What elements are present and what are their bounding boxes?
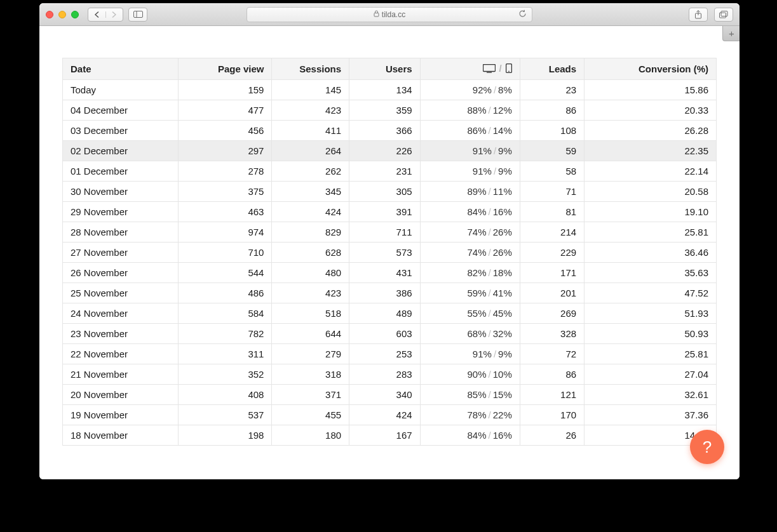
cell-date: 02 December: [63, 140, 179, 161]
new-tab-button[interactable]: +: [722, 26, 740, 41]
table-row[interactable]: 20 November40837134085%/15%12132.61: [63, 384, 717, 404]
table-row[interactable]: 01 December27826223191%/9%5822.14: [63, 161, 717, 181]
cell-sessions: 829: [272, 222, 349, 242]
maximize-window-button[interactable]: [71, 11, 79, 18]
cell-device-split: 78%/22%: [420, 404, 520, 425]
sidebar-toggle-button[interactable]: [128, 8, 147, 22]
table-row[interactable]: 19 November53745542478%/22%17037.36: [63, 404, 717, 425]
share-button[interactable]: [689, 8, 708, 22]
svg-rect-2: [374, 13, 379, 17]
cell-page-view: 375: [179, 181, 272, 201]
col-conversion[interactable]: Conversion (%): [584, 58, 717, 80]
cell-sessions: 480: [272, 262, 349, 283]
cell-date: 29 November: [63, 201, 179, 222]
stats-table: Date Page view Sessions Users /: [62, 58, 717, 446]
cell-users: 603: [349, 323, 421, 343]
cell-conversion: 26.28: [584, 120, 717, 140]
cell-conversion: 47.52: [584, 283, 717, 303]
cell-date: 23 November: [63, 323, 179, 343]
cell-conversion: 22.14: [584, 161, 717, 181]
cell-users: 424: [349, 404, 421, 425]
cell-sessions: 345: [272, 181, 349, 201]
slash-separator: /: [499, 63, 502, 74]
table-row[interactable]: 29 November46342439184%/16%8119.10: [63, 201, 717, 222]
cell-page-view: 710: [179, 242, 272, 262]
table-row[interactable]: 18 November19818016784%/16%2614.44: [63, 425, 717, 445]
table-row[interactable]: 30 November37534530589%/11%7120.58: [63, 181, 717, 201]
close-window-button[interactable]: [46, 11, 53, 18]
cell-sessions: 455: [272, 404, 349, 425]
col-sessions[interactable]: Sessions: [272, 58, 349, 80]
tabs-button[interactable]: [714, 8, 733, 22]
cell-device-split: 90%/10%: [420, 364, 520, 384]
cell-leads: 214: [520, 222, 584, 242]
cell-users: 431: [349, 262, 421, 283]
cell-leads: 71: [520, 181, 584, 201]
cell-conversion: 51.93: [584, 303, 717, 323]
table-row[interactable]: 26 November54448043182%/18%17135.63: [63, 262, 717, 283]
cell-device-split: 88%/12%: [420, 100, 520, 120]
cell-device-split: 68%/32%: [420, 323, 520, 343]
cell-sessions: 180: [272, 425, 349, 445]
table-row[interactable]: 27 November71062857374%/26%22936.46: [63, 242, 717, 262]
svg-rect-5: [720, 13, 726, 18]
browser-window: tilda.cc + Date Page view Sessions Users: [39, 3, 740, 479]
table-row[interactable]: 25 November48642338659%/41%20147.52: [63, 283, 717, 303]
svg-rect-0: [133, 11, 142, 18]
cell-date: 01 December: [63, 161, 179, 181]
cell-sessions: 371: [272, 384, 349, 404]
col-users[interactable]: Users: [349, 58, 421, 80]
cell-device-split: 55%/45%: [420, 303, 520, 323]
back-button[interactable]: [88, 11, 106, 18]
table-row[interactable]: 28 November97482971174%/26%21425.81: [63, 222, 717, 242]
cell-page-view: 198: [179, 425, 272, 445]
reload-button[interactable]: [518, 10, 527, 20]
cell-leads: 86: [520, 100, 584, 120]
address-bar[interactable]: tilda.cc: [247, 7, 532, 22]
cell-users: 231: [349, 161, 421, 181]
page-content: Date Page view Sessions Users /: [39, 26, 740, 479]
cell-page-view: 408: [179, 384, 272, 404]
col-leads[interactable]: Leads: [520, 58, 584, 80]
cell-users: 386: [349, 283, 421, 303]
cell-sessions: 262: [272, 161, 349, 181]
cell-conversion: 27.04: [584, 364, 717, 384]
cell-device-split: 59%/41%: [420, 283, 520, 303]
col-date[interactable]: Date: [63, 58, 179, 80]
table-header-row: Date Page view Sessions Users /: [63, 58, 717, 80]
window-controls: [46, 11, 79, 18]
cell-date: 21 November: [63, 364, 179, 384]
cell-device-split: 82%/18%: [420, 262, 520, 283]
minimize-window-button[interactable]: [58, 11, 66, 18]
cell-leads: 201: [520, 283, 584, 303]
table-row[interactable]: 04 December47742335988%/12%8620.33: [63, 100, 717, 120]
cell-date: 28 November: [63, 222, 179, 242]
cell-sessions: 644: [272, 323, 349, 343]
cell-device-split: 84%/16%: [420, 201, 520, 222]
cell-sessions: 423: [272, 283, 349, 303]
col-page-view[interactable]: Page view: [179, 58, 272, 80]
table-row[interactable]: 21 November35231828390%/10%8627.04: [63, 364, 717, 384]
cell-leads: 171: [520, 262, 584, 283]
cell-leads: 23: [520, 79, 584, 100]
forward-button[interactable]: [106, 11, 123, 18]
table-row[interactable]: 03 December45641136686%/14%10826.28: [63, 120, 717, 140]
cell-leads: 72: [520, 343, 584, 364]
table-row[interactable]: 23 November78264460368%/32%32850.93: [63, 323, 717, 343]
cell-users: 366: [349, 120, 421, 140]
cell-conversion: 22.35: [584, 140, 717, 161]
table-row[interactable]: Today15914513492%/8%2315.86: [63, 79, 717, 100]
table-row[interactable]: 22 November31127925391%/9%7225.81: [63, 343, 717, 364]
cell-sessions: 145: [272, 79, 349, 100]
cell-date: 20 November: [63, 384, 179, 404]
cell-sessions: 264: [272, 140, 349, 161]
table-row[interactable]: 02 December29726422691%/9%5922.35: [63, 140, 717, 161]
cell-leads: 81: [520, 201, 584, 222]
help-button[interactable]: ?: [690, 430, 724, 464]
table-row[interactable]: 24 November58451848955%/45%26951.93: [63, 303, 717, 323]
cell-date: 24 November: [63, 303, 179, 323]
svg-rect-7: [483, 64, 495, 71]
cell-users: 573: [349, 242, 421, 262]
col-device-split[interactable]: /: [420, 58, 520, 80]
cell-conversion: 19.10: [584, 201, 717, 222]
